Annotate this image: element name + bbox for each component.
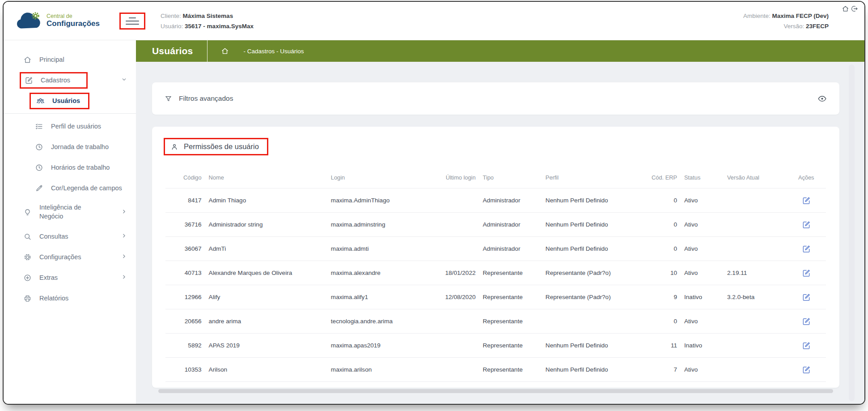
client-user-info: Cliente: Máxima Sistemas Usuário: 35617 …: [161, 11, 254, 31]
edit-row-icon[interactable]: [802, 341, 811, 350]
cell-versao-atual: [724, 309, 786, 334]
panel-title: Permissões de usuário: [184, 142, 259, 151]
sidebar-item-inteligencia-de-negocio[interactable]: Inteligência de Negócio: [4, 198, 136, 226]
sidebar-item-relatorios[interactable]: Relatórios: [4, 288, 136, 308]
cell-cod-erp: 0: [644, 237, 681, 261]
table-row[interactable]: 8417 Admin Thiago maxima.AdminThiago Adm…: [165, 188, 826, 213]
cliente-label: Cliente:: [161, 13, 181, 19]
sidebar-item-extras[interactable]: Extras: [4, 267, 136, 288]
cell-status: Ativo: [681, 261, 724, 285]
cell-login: maxima.alexandre: [327, 261, 427, 285]
cell-cod-erp: 9: [644, 285, 681, 309]
cell-status: Inativo: [681, 334, 724, 358]
app-window: Central de Configurações Cliente: Máxima…: [3, 1, 865, 405]
cell-codigo: 40713: [165, 261, 205, 285]
plus-circle-icon: [23, 274, 32, 282]
col-nome[interactable]: Nome: [205, 171, 327, 188]
sidebar-item-configuracoes[interactable]: Configurações: [4, 247, 136, 267]
sidebar-divider: [4, 113, 136, 114]
user-permissions-panel: Permissões de usuário Código Nome Login: [152, 127, 839, 388]
col-status[interactable]: Status: [681, 171, 724, 188]
sidebar: Principal Cadastros Usuários Perfil de u…: [4, 40, 136, 404]
table-row[interactable]: 36067 AdmTi maxima.admti Administrador N…: [165, 237, 826, 261]
edit-row-icon[interactable]: [802, 220, 811, 229]
hamburger-menu-button[interactable]: [119, 13, 145, 30]
col-versao-atual[interactable]: Versão Atual: [724, 171, 786, 188]
table-row[interactable]: 36716 Administrador string maxima.admins…: [165, 213, 826, 237]
table-row[interactable]: 12966 Alify maxima.alify1 12/08/2020 Rep…: [165, 285, 826, 309]
cell-cod-erp: 0: [644, 188, 681, 213]
sidebar-item-principal[interactable]: Principal: [4, 49, 136, 70]
cell-tipo: Administrador: [479, 188, 542, 213]
col-codigo[interactable]: Código: [165, 171, 205, 188]
cell-versao-atual: [724, 237, 786, 261]
edit-row-icon[interactable]: [802, 269, 811, 278]
page-title: Usuários: [152, 46, 193, 56]
printer-icon: [23, 294, 32, 303]
logout-icon[interactable]: [851, 5, 858, 13]
cliente-value: Máxima Sistemas: [183, 13, 233, 19]
sidebar-item-perfil-de-usuarios[interactable]: Perfil de usuários: [4, 116, 136, 137]
edit-row-icon[interactable]: [802, 317, 811, 326]
chevron-right-icon: [121, 209, 127, 216]
cell-versao-atual: [724, 213, 786, 237]
top-header: Central de Configurações Cliente: Máxima…: [4, 2, 864, 40]
table-row[interactable]: 20656 andre arima tecnologia.andre.arima…: [165, 309, 826, 334]
versao-value: 23FECP: [806, 23, 829, 30]
cell-cod-erp: 11: [644, 334, 681, 358]
sidebar-item-cadastros[interactable]: Cadastros: [4, 70, 136, 90]
versao-label: Versão:: [783, 23, 804, 30]
cell-ultimo-login: [426, 188, 479, 213]
funnel-icon: [165, 95, 172, 103]
col-login[interactable]: Login: [327, 171, 427, 188]
col-acoes: Ações: [786, 171, 826, 188]
cell-nome: Alify: [205, 285, 327, 309]
search-icon: [23, 232, 32, 241]
table-row[interactable]: 5892 APAS 2019 maxima.apas2019 Represent…: [165, 334, 826, 358]
person-icon: [170, 143, 178, 151]
cell-status: Ativo: [681, 309, 724, 334]
cell-versao-atual: [724, 358, 786, 382]
cell-perfil: Representante (Padr?o): [542, 285, 644, 309]
breadcrumb-home-icon[interactable]: [221, 47, 229, 55]
cell-cod-erp: 0: [644, 309, 681, 334]
cell-cod-erp: 7: [644, 358, 681, 382]
pencil-icon: [35, 184, 43, 193]
sidebar-item-cor-legenda-de-campos[interactable]: Cor/Legenda de campos: [4, 178, 136, 198]
edit-row-icon[interactable]: [802, 293, 811, 302]
table-row[interactable]: 40713 Alexandre Marques de Oliveira maxi…: [165, 261, 826, 285]
header-divider: [207, 40, 207, 62]
sidebar-item-jornada-de-trabalho[interactable]: Jornada de trabalho: [4, 137, 136, 157]
cell-perfil: Nenhum Perfil Definido: [542, 237, 644, 261]
sidebar-item-usuarios[interactable]: Usuários: [4, 90, 136, 111]
cell-perfil: Representante (Padr?o): [542, 261, 644, 285]
cell-status: Ativo: [681, 213, 724, 237]
cell-tipo: Representante: [479, 334, 542, 358]
cell-ultimo-login: [426, 358, 479, 382]
home-icon[interactable]: [842, 5, 849, 13]
col-cod-erp[interactable]: Cód. ERP: [644, 171, 681, 188]
col-tipo[interactable]: Tipo: [479, 171, 542, 188]
edit-row-icon[interactable]: [802, 244, 811, 253]
cell-status: Ativo: [681, 237, 724, 261]
edit-row-icon[interactable]: [802, 365, 811, 374]
vertical-scrollbar[interactable]: [849, 64, 855, 401]
horizontal-scrollbar[interactable]: [158, 389, 833, 393]
table-row[interactable]: 10353 Arilson maxima.arilson Representan…: [165, 358, 826, 382]
sidebar-item-horarios-de-trabalho[interactable]: Horários de trabalho: [4, 157, 136, 178]
col-ultimo-login[interactable]: Último login: [426, 171, 479, 188]
environment-version-info: Ambiente: Maxima FECP (Dev) Versão: 23FE…: [743, 11, 829, 31]
col-perfil[interactable]: Perfil: [542, 171, 644, 188]
cell-cod-erp: 0: [644, 213, 681, 237]
eye-icon[interactable]: [817, 94, 827, 103]
cell-nome: Admin Thiago: [205, 188, 327, 213]
cell-nome: AdmTi: [205, 237, 327, 261]
advanced-filters-panel[interactable]: Filtros avançados: [152, 82, 839, 115]
sidebar-item-consultas[interactable]: Consultas: [4, 226, 136, 247]
edit-row-icon[interactable]: [802, 196, 811, 205]
cell-codigo: 10353: [165, 358, 205, 382]
cell-ultimo-login: [426, 237, 479, 261]
cell-perfil: Nenhum Perfil Definido: [542, 213, 644, 237]
home-icon: [23, 56, 32, 64]
edit-square-icon: [25, 76, 33, 85]
